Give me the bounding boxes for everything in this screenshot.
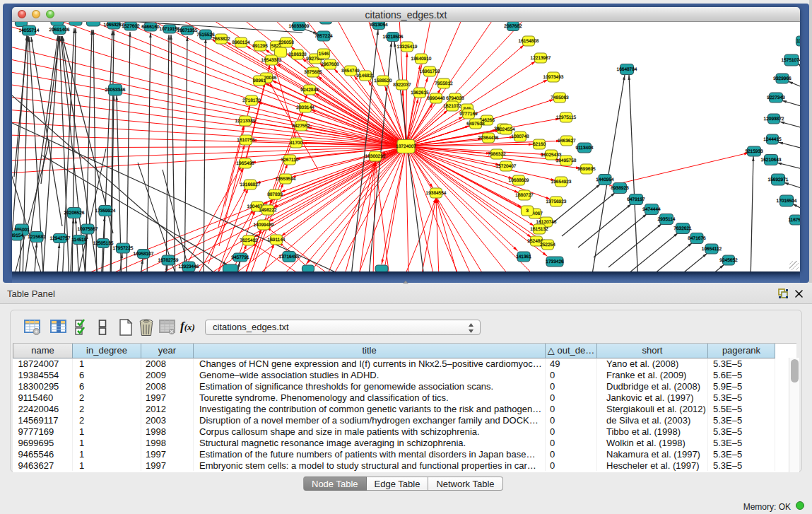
svg-text:9329966: 9329966	[773, 76, 792, 81]
svg-text:3875685: 3875685	[304, 70, 322, 75]
svg-text:16648784: 16648784	[617, 67, 637, 72]
svg-text:16961758: 16961758	[420, 69, 440, 74]
svg-text:9457791: 9457791	[231, 255, 249, 260]
svg-text:1215681: 1215681	[28, 235, 46, 240]
svg-text:1965498: 1965498	[236, 161, 254, 166]
svg-text:13716485: 13716485	[279, 255, 300, 259]
svg-text:6479197: 6479197	[627, 197, 645, 202]
svg-text:7986322: 7986322	[488, 152, 506, 157]
svg-text:7485063: 7485063	[551, 95, 569, 100]
svg-text:3024554: 3024554	[497, 127, 515, 132]
svg-text:2718170: 2718170	[242, 98, 261, 103]
svg-text:20691406: 20691406	[49, 28, 70, 33]
svg-text:3267110: 3267110	[281, 158, 299, 163]
svg-text:12093872: 12093872	[764, 117, 784, 122]
svg-text:7625402: 7625402	[240, 238, 258, 243]
svg-text:41700: 41700	[290, 141, 302, 146]
svg-text:9113408: 9113408	[576, 146, 594, 151]
svg-text:9242843: 9242843	[300, 88, 319, 93]
svg-text:1615132: 1615132	[530, 227, 548, 232]
svg-text:12975115: 12975115	[556, 115, 577, 120]
svg-text:15720407: 15720407	[496, 164, 517, 169]
svg-text:16782759: 16782759	[158, 258, 179, 263]
svg-text:20053346: 20053346	[105, 88, 126, 93]
svg-text:16154808: 16154808	[519, 39, 539, 44]
svg-text:12942757: 12942757	[50, 236, 71, 241]
svg-text:16210643: 16210643	[761, 158, 782, 163]
svg-text:16033809: 16033809	[289, 24, 310, 29]
svg-text:1527602: 1527602	[122, 24, 140, 29]
svg-text:3: 3	[526, 209, 529, 214]
svg-text:19654923: 19654923	[551, 180, 572, 185]
svg-text:19384554: 19384554	[426, 191, 447, 196]
svg-text:16543382: 16543382	[261, 58, 282, 63]
svg-text:9146821: 9146821	[356, 74, 375, 78]
svg-text:1733426: 1733426	[546, 259, 564, 264]
svg-text:6466160: 6466160	[141, 25, 160, 30]
svg-text:9474444: 9474444	[642, 207, 661, 212]
svg-text:39154: 39154	[12, 233, 23, 238]
svg-text:10973493: 10973493	[543, 75, 564, 80]
svg-text:12213389: 12213389	[235, 119, 256, 124]
svg-text:2803144: 2803144	[296, 105, 314, 110]
svg-text:1498222: 1498222	[259, 208, 277, 213]
svg-text:20364436: 20364436	[478, 136, 499, 141]
svg-text:1691144: 1691144	[268, 238, 286, 243]
svg-text:7632621: 7632621	[673, 226, 692, 231]
svg-text:9699695: 9699695	[577, 167, 596, 172]
svg-text:1112: 1112	[796, 39, 800, 44]
svg-text:8813054: 8813054	[370, 23, 388, 28]
svg-text:9245652: 9245652	[719, 258, 738, 263]
svg-text:6497508: 6497508	[466, 122, 485, 127]
svg-text:7857224: 7857224	[314, 34, 333, 39]
svg-text:18495758: 18495758	[556, 158, 577, 163]
svg-text:1362615: 1362615	[411, 90, 429, 95]
svg-text:116753: 116753	[788, 218, 800, 223]
svg-text:226058: 226058	[278, 40, 294, 45]
svg-text:6794028: 6794028	[446, 96, 464, 101]
svg-text:62160: 62160	[533, 142, 546, 147]
svg-text:8938923: 8938923	[611, 186, 629, 191]
svg-text:252254: 252254	[540, 243, 555, 247]
svg-text:12505135: 12505135	[93, 241, 114, 246]
svg-text:20206526: 20206526	[64, 211, 85, 216]
svg-text:1588520: 1588520	[374, 78, 392, 83]
svg-text:18640910: 18640910	[411, 57, 432, 62]
svg-text:3215933: 3215933	[745, 149, 763, 154]
svg-text:2087682: 2087682	[504, 24, 522, 29]
svg-text:17957225: 17957225	[113, 246, 134, 251]
svg-text:10975867: 10975867	[78, 227, 98, 232]
svg-text:8471676: 8471676	[688, 236, 706, 241]
svg-text:14055714: 14055714	[19, 28, 40, 33]
svg-text:13325419: 13325419	[397, 45, 418, 49]
svg-text:15692971: 15692971	[768, 177, 789, 182]
svg-text:10025433: 10025433	[541, 153, 562, 158]
svg-text:98961: 98961	[253, 78, 266, 83]
svg-text:1621072: 1621072	[443, 104, 461, 109]
svg-text:114519: 114519	[71, 238, 87, 243]
svg-text:12923446: 12923446	[179, 264, 199, 269]
svg-text:14099489: 14099489	[254, 223, 274, 228]
svg-text:1080748: 1080748	[511, 134, 529, 139]
svg-text:141361: 141361	[516, 255, 531, 259]
svg-text:2935114: 2935114	[658, 217, 676, 222]
svg-text:19756923: 19756923	[546, 199, 567, 204]
svg-text:2967608: 2967608	[321, 62, 339, 67]
svg-text:16671355: 16671355	[177, 28, 198, 33]
svg-text:7955812: 7955812	[435, 81, 453, 86]
svg-text:19218506: 19218506	[383, 35, 404, 40]
svg-text:8454749: 8454749	[341, 69, 360, 74]
svg-text:9227343: 9227343	[767, 95, 785, 100]
svg-text:1880727: 1880727	[515, 193, 534, 198]
svg-text:17359924: 17359924	[95, 209, 116, 214]
svg-text:8186328: 8186328	[288, 52, 307, 57]
svg-text:887833: 887833	[267, 192, 283, 197]
svg-text:7663822: 7663822	[212, 37, 230, 42]
svg-text:12213967: 12213967	[531, 56, 551, 61]
svg-text:8960124: 8960124	[232, 40, 250, 45]
svg-text:13553594: 13553594	[276, 177, 296, 182]
svg-text:1440954: 1440954	[596, 177, 614, 182]
svg-text:17016504: 17016504	[777, 199, 797, 204]
svg-text:8990448: 8990448	[427, 96, 445, 101]
svg-text:1244415: 1244415	[763, 137, 782, 142]
